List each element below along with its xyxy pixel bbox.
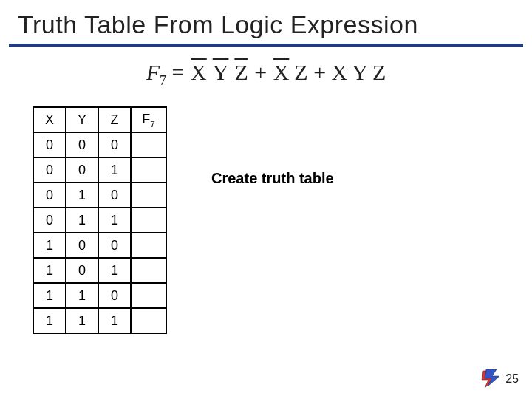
body-row: X Y Z F7 0 0 0 0 0 1: [18, 106, 514, 334]
cell: [131, 308, 166, 333]
eq-term-2: XZ: [273, 60, 308, 85]
cell: [131, 233, 166, 258]
cell: 0: [98, 233, 131, 258]
title-divider: [9, 44, 523, 47]
table-row: 0 1 1: [33, 208, 166, 233]
cell: [131, 132, 166, 157]
cell: 0: [66, 233, 98, 258]
col-header-f7-sub: 7: [150, 118, 155, 128]
table-header-row: X Y Z F7: [33, 107, 166, 132]
cell: 0: [33, 183, 66, 208]
table-row: 1 0 0: [33, 233, 166, 258]
equation-text: F7 = XYZ + XZ + XYZ: [146, 60, 386, 89]
table-row: 0 0 0: [33, 132, 166, 157]
cell: [131, 208, 166, 233]
lightning-logo-icon: [480, 369, 501, 389]
eq-t3-x: X: [332, 60, 348, 84]
table-row: 1 1 1: [33, 308, 166, 333]
eq-term-3: XYZ: [332, 60, 386, 85]
page-number: 25: [505, 372, 519, 386]
page-footer: 25: [480, 369, 519, 389]
cell: 1: [98, 157, 131, 183]
cell: 1: [66, 308, 98, 333]
eq-t1-zbar: Z: [233, 60, 248, 84]
cell: 1: [33, 258, 66, 283]
truth-table: X Y Z F7 0 0 0 0 0 1: [33, 106, 167, 334]
col-header-y: Y: [66, 107, 98, 132]
cell: 0: [98, 132, 131, 157]
eq-t3-z: Z: [372, 60, 386, 84]
table-row: 1 0 1: [33, 258, 166, 283]
cell: [131, 157, 166, 183]
eq-t3-y: Y: [352, 60, 368, 84]
cell: 1: [98, 208, 131, 233]
cell: 1: [98, 308, 131, 333]
col-header-z: Z: [98, 107, 131, 132]
eq-lhs-var: F: [146, 60, 160, 84]
cell: 0: [98, 283, 131, 308]
eq-t2-xbar: X: [273, 60, 290, 84]
table-row: 0 1 0: [33, 183, 166, 208]
cell: 0: [66, 157, 98, 183]
cell: 0: [66, 258, 98, 283]
instruction-text: Create truth table: [211, 170, 334, 187]
page-title: Truth Table From Logic Expression: [18, 10, 514, 39]
eq-term-1: XYZ: [190, 60, 249, 85]
cell: 1: [66, 183, 98, 208]
cell: 0: [66, 132, 98, 157]
cell: 0: [33, 132, 66, 157]
eq-t1-xbar: X: [190, 60, 208, 84]
eq-plus-2: +: [313, 60, 331, 84]
cell: 0: [33, 208, 66, 233]
eq-plus-1: +: [254, 60, 272, 84]
eq-t2-z: Z: [294, 60, 307, 84]
cell: 1: [66, 283, 98, 308]
cell: [131, 258, 166, 283]
cell: 0: [33, 157, 66, 183]
eq-equals: =: [172, 60, 190, 84]
cell: [131, 283, 166, 308]
eq-t1-ybar: Y: [212, 60, 230, 84]
cell: 1: [66, 208, 98, 233]
table-row: 0 0 1: [33, 157, 166, 183]
cell: 1: [33, 283, 66, 308]
col-header-x: X: [33, 107, 66, 132]
table-row: 1 1 0: [33, 283, 166, 308]
slide: Truth Table From Logic Expression F7 = X…: [0, 0, 532, 399]
equation: F7 = XYZ + XZ + XYZ: [18, 60, 514, 89]
cell: 0: [98, 183, 131, 208]
cell: 1: [98, 258, 131, 283]
col-header-f7-var: F: [142, 112, 150, 126]
eq-lhs-sub: 7: [160, 73, 166, 88]
col-header-f7: F7: [131, 107, 166, 132]
cell: 1: [33, 308, 66, 333]
cell: 1: [33, 233, 66, 258]
cell: [131, 183, 166, 208]
